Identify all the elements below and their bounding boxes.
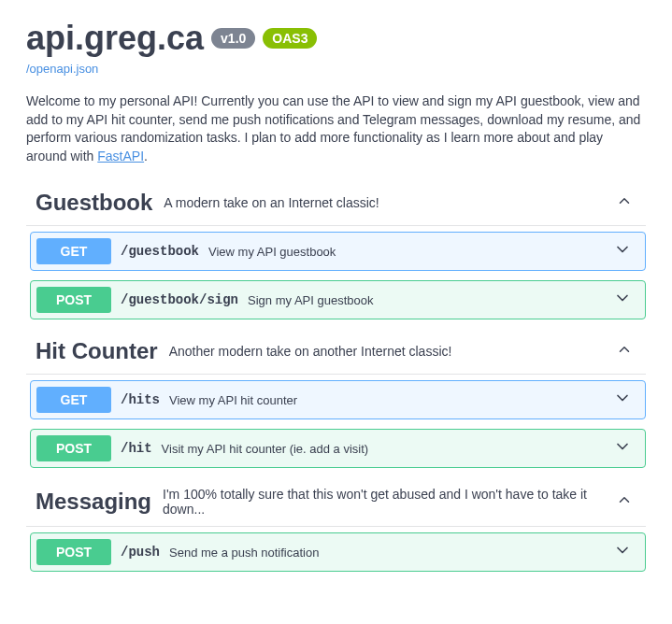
tag-section: GuestbookA modern take on an Internet cl…: [26, 180, 646, 319]
chevron-down-icon: [613, 437, 632, 460]
http-method-badge: POST: [36, 435, 111, 461]
operation-row[interactable]: GET/hitsView my API hit counter: [30, 380, 646, 419]
chevron-down-icon: [613, 289, 632, 311]
operation-row[interactable]: POST/guestbook/signSign my API guestbook: [30, 280, 646, 319]
operation-row[interactable]: GET/guestbookView my API guestbook: [30, 232, 646, 271]
tag-header[interactable]: MessagingI'm 100% totally sure that this…: [26, 477, 646, 527]
tag-header[interactable]: Hit CounterAnother modern take on anothe…: [26, 329, 646, 375]
fastapi-link[interactable]: FastAPI: [97, 149, 144, 163]
tag-section: Hit CounterAnother modern take on anothe…: [26, 329, 646, 468]
operation-summary: View my API hit counter: [169, 393, 613, 407]
operation-summary: View my API guestbook: [208, 245, 613, 259]
chevron-down-icon: [613, 240, 632, 262]
description-text-post: .: [144, 149, 148, 163]
http-method-badge: GET: [36, 387, 111, 413]
tag-header[interactable]: GuestbookA modern take on an Internet cl…: [26, 180, 646, 226]
chevron-up-icon: [616, 491, 633, 512]
chevron-up-icon: [616, 341, 633, 362]
api-description: Welcome to my personal API! Currently yo…: [26, 92, 646, 165]
chevron-down-icon: [613, 389, 632, 411]
chevron-up-icon: [616, 192, 633, 213]
tag-section: MessagingI'm 100% totally sure that this…: [26, 477, 646, 572]
operation-path: /push: [121, 545, 160, 560]
operation-path: /hit: [121, 441, 152, 456]
operation-path: /hits: [121, 392, 160, 407]
http-method-badge: GET: [36, 238, 111, 264]
operation-summary: Sign my API guestbook: [248, 293, 613, 307]
chevron-down-icon: [613, 541, 632, 563]
operation-row[interactable]: POST/hitVisit my API hit counter (ie. ad…: [30, 429, 646, 468]
version-badge: v1.0: [211, 28, 255, 49]
operation-row[interactable]: POST/pushSend me a push notification: [30, 532, 646, 572]
tag-name: Messaging: [36, 489, 151, 515]
tag-description: A modern take on an Internet classic!: [164, 195, 616, 210]
tag-description: I'm 100% totally sure that this won't ge…: [163, 487, 616, 517]
api-header: api.greg.ca v1.0 OAS3: [26, 19, 646, 58]
tag-name: Hit Counter: [36, 338, 158, 364]
operation-path: /guestbook: [121, 244, 199, 259]
operation-path: /guestbook/sign: [121, 292, 238, 307]
spec-link[interactable]: /openapi.json: [26, 62, 98, 76]
oas-badge: OAS3: [263, 28, 317, 49]
operation-summary: Send me a push notification: [169, 546, 613, 560]
api-title: api.greg.ca: [26, 19, 204, 58]
tag-name: Guestbook: [36, 190, 152, 216]
http-method-badge: POST: [36, 539, 111, 565]
operation-summary: Visit my API hit counter (ie. add a visi…: [162, 442, 613, 456]
tag-description: Another modern take on another Internet …: [169, 344, 616, 359]
http-method-badge: POST: [36, 287, 111, 313]
